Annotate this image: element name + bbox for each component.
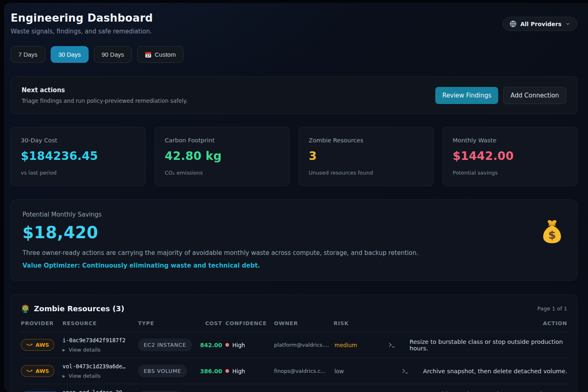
stat-label: 30-Day Cost xyxy=(21,137,136,144)
table-header: Zombie Resources (3) Page 1 of 1 xyxy=(21,304,567,313)
stat-card-row: 30-Day Cost $184236.45 vs last period Ca… xyxy=(11,127,577,186)
zombie-resources-table-card: Zombie Resources (3) Page 1 of 1 PROVIDE… xyxy=(11,295,577,392)
page-subtitle: Waste signals, findings, and safe remedi… xyxy=(11,28,153,35)
col-cost: COST xyxy=(198,320,222,326)
risk-cell: medium xyxy=(334,342,388,348)
stat-card-zombie-resources: Zombie Resources 3 Unused resources foun… xyxy=(298,127,434,186)
stat-card-monthly-waste: Monthly Waste $1442.00 Potential savings xyxy=(443,127,578,186)
next-actions-buttons: Review Findings Add Connection xyxy=(435,87,566,104)
terminal-icon[interactable] xyxy=(388,342,396,348)
resource-id: vol-0473c1d239a6de… xyxy=(62,363,138,370)
col-risk: RISK xyxy=(334,320,388,326)
time-filter-custom[interactable]: 17 Custom xyxy=(137,46,184,63)
view-details-toggle[interactable]: ▶ View details xyxy=(62,373,138,379)
stat-label: Monthly Waste xyxy=(453,137,568,144)
svg-text:17: 17 xyxy=(146,54,150,58)
confidence-cell: High xyxy=(222,368,272,374)
confidence-cell: High xyxy=(222,342,272,348)
play-icon: ▶ xyxy=(62,348,65,352)
resource-cell: vol-0473c1d239a6de… ▶ View details xyxy=(62,363,138,379)
aws-provider-badge[interactable]: AWS xyxy=(21,365,54,377)
calendar-icon: 17 xyxy=(145,51,151,58)
time-filter-custom-label: Custom xyxy=(155,51,176,58)
dashboard-page: Engineering Dashboard Waste signals, fin… xyxy=(4,3,588,392)
table-title-wrap: Zombie Resources (3) xyxy=(21,304,124,313)
pagination-status: Page 1 of 1 xyxy=(537,306,567,312)
aws-logo-icon xyxy=(26,343,33,347)
stat-value: $1442.00 xyxy=(453,149,568,163)
provider-filter-label: All Providers xyxy=(520,21,561,27)
time-filter-group: 7 Days 30 Days 90 Days 17 Custom xyxy=(11,46,577,63)
stat-value: 42.80 kg xyxy=(165,149,280,163)
zombie-icon xyxy=(21,304,30,313)
risk-cell: low xyxy=(334,368,388,374)
type-cell: EBS VOLUME xyxy=(138,365,198,377)
globe-icon xyxy=(510,20,517,27)
col-confidence: CONFIDENCE xyxy=(222,320,272,326)
action-cell: Resize to burstable class or stop outsid… xyxy=(388,339,567,352)
view-details-label: View details xyxy=(69,373,100,379)
review-findings-button[interactable]: Review Findings xyxy=(435,87,498,104)
page-header: Engineering Dashboard Waste signals, fin… xyxy=(11,12,577,35)
aws-logo-icon xyxy=(26,369,33,373)
potential-savings-card: Potential Monthly Savings $18,420 Three … xyxy=(11,199,577,281)
resource-id: snap-prd-ledger-20… xyxy=(62,389,138,392)
owner-cell: finops@valdrics.c... xyxy=(272,368,334,374)
action-cell: Move to cold retention or expire on next… xyxy=(388,391,567,392)
stat-card-carbon-footprint: Carbon Footprint 42.80 kg CO₂ emissions xyxy=(155,127,290,186)
stat-label: Zombie Resources xyxy=(309,137,423,144)
confidence-dot xyxy=(225,343,229,347)
stat-card-30-day-cost: 30-Day Cost $184236.45 vs last period xyxy=(11,127,146,186)
confidence-label: High xyxy=(232,368,245,374)
col-type: TYPE xyxy=(138,320,198,326)
resource-type-badge: EBS VOLUME xyxy=(138,365,187,377)
add-connection-button[interactable]: Add Connection xyxy=(503,87,566,104)
action-recommendation: Resize to burstable class or stop outsid… xyxy=(410,339,567,352)
stat-sub: Potential savings xyxy=(453,170,568,176)
savings-value: $18,420 xyxy=(22,223,566,242)
col-owner: OWNER xyxy=(272,320,334,326)
col-provider: PROVIDER xyxy=(21,320,62,326)
savings-label: Potential Monthly Savings xyxy=(22,211,566,218)
table-row: AWS vol-0473c1d239a6de… ▶ View details E… xyxy=(21,358,567,384)
col-action: ACTION xyxy=(388,320,567,326)
next-actions-text: Next actions Triage findings and run pol… xyxy=(22,86,187,104)
aws-provider-badge[interactable]: AWS xyxy=(21,339,54,351)
time-filter-30-days[interactable]: 30 Days xyxy=(51,46,89,63)
provider-filter-dropdown[interactable]: All Providers xyxy=(503,17,577,31)
action-recommendation: Move to cold retention or expire on next… xyxy=(410,391,567,392)
cost-cell: 386.00 xyxy=(198,368,222,374)
savings-description: Three owner-ready actions are carrying t… xyxy=(22,249,566,257)
svg-text:$: $ xyxy=(548,228,556,241)
stat-value: $184236.45 xyxy=(21,149,136,163)
col-resource: RESOURCE xyxy=(62,320,138,326)
terminal-icon[interactable] xyxy=(402,368,409,374)
resource-cell: snap-prd-ledger-20… ▶ View details xyxy=(62,389,138,392)
page-header-text: Engineering Dashboard Waste signals, fin… xyxy=(11,12,153,35)
stat-sub: CO₂ emissions xyxy=(165,170,280,176)
cost-cell: 842.00 xyxy=(198,342,222,348)
next-actions-banner: Next actions Triage findings and run pol… xyxy=(11,76,577,114)
resource-cell: i-0ac9e73d42f9187f2 ▶ View details xyxy=(62,337,138,353)
resource-type-badge: EC2 INSTANCE xyxy=(138,339,192,351)
table-title: Zombie Resources (3) xyxy=(34,304,124,313)
value-optimizer-note: Value Optimizer: Continuously eliminatin… xyxy=(22,262,566,269)
chevron-down-icon xyxy=(565,21,570,27)
provider-label: AWS xyxy=(36,342,49,348)
next-actions-subtitle: Triage findings and run policy-previewed… xyxy=(22,97,187,104)
action-recommendation: Archive snapshot, then delete detached v… xyxy=(423,368,567,374)
next-actions-title: Next actions xyxy=(22,86,187,94)
resource-id: i-0ac9e73d42f9187f2 xyxy=(62,337,138,343)
time-filter-7-days[interactable]: 7 Days xyxy=(11,46,45,63)
play-icon: ▶ xyxy=(62,374,65,378)
provider-label: AWS xyxy=(36,368,49,374)
table-row: AZURE snap-prd-ledger-20… ▶ View details… xyxy=(21,384,567,392)
provider-cell: AWS xyxy=(21,365,62,377)
time-filter-90-days[interactable]: 90 Days xyxy=(94,46,132,63)
table-row: AWS i-0ac9e73d42f9187f2 ▶ View details E… xyxy=(21,332,567,358)
type-cell: EC2 INSTANCE xyxy=(138,339,198,351)
view-details-label: View details xyxy=(69,347,100,353)
stat-value: 3 xyxy=(309,149,423,163)
view-details-toggle[interactable]: ▶ View details xyxy=(62,347,138,353)
stat-sub: Unused resources found xyxy=(309,170,423,176)
